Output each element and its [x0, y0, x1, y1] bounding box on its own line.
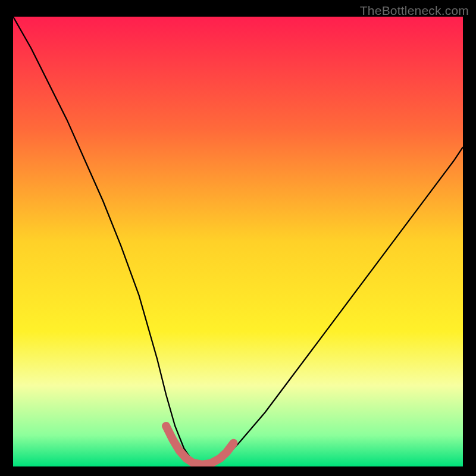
- chart-background: [13, 17, 463, 466]
- chart-frame: TheBottleneck.com: [0, 0, 476, 476]
- bottleneck-chart: [13, 17, 463, 466]
- watermark-text: TheBottleneck.com: [360, 4, 469, 18]
